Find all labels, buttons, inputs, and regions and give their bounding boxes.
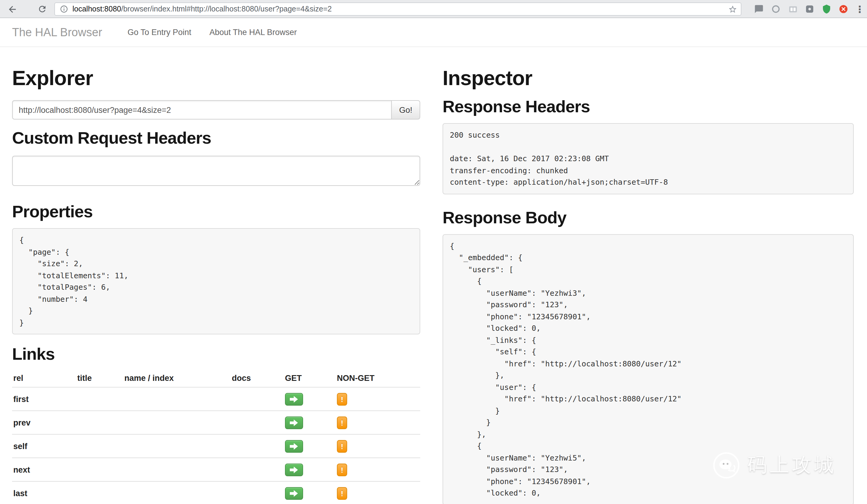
links-col-docs: docs — [231, 369, 284, 387]
arrow-right-icon — [290, 443, 298, 450]
chat-extension-icon[interactable] — [753, 4, 764, 14]
url-path: /browser/index.html#http://localhost:808… — [121, 5, 332, 13]
brand-title[interactable]: The HAL Browser — [12, 26, 102, 39]
browser-menu-icon[interactable]: ⋮ — [855, 3, 863, 15]
url-host: localhost:8080 — [73, 5, 121, 13]
link-title-cell — [76, 411, 123, 434]
circle-extension-icon[interactable] — [770, 4, 781, 14]
table-row: first ! — [12, 387, 420, 411]
get-request-button[interactable] — [285, 440, 303, 453]
link-get-cell — [284, 434, 336, 458]
properties-title: Properties — [12, 202, 420, 222]
get-request-button[interactable] — [285, 463, 303, 476]
link-name-cell — [123, 458, 231, 481]
inspector-title: Inspector — [442, 65, 854, 90]
address-bar[interactable]: localhost:8080/browser/index.html#http:/… — [54, 2, 741, 16]
link-rel: next — [12, 458, 76, 481]
extensions-area: ⋮ — [753, 0, 863, 18]
link-rel: prev — [12, 411, 76, 434]
explorer-address-input[interactable] — [12, 100, 391, 119]
link-docs-cell — [231, 387, 284, 411]
non-get-request-button[interactable]: ! — [337, 393, 347, 406]
link-nonget-cell: ! — [336, 387, 420, 411]
go-button[interactable]: Go! — [391, 100, 420, 119]
explorer-title: Explorer — [12, 65, 420, 90]
link-get-cell — [284, 411, 336, 434]
explorer-address-group: Go! — [12, 100, 420, 119]
link-get-cell — [284, 481, 336, 504]
explorer-panel: Explorer Go! Custom Request Headers Prop… — [12, 47, 420, 504]
link-nonget-cell: ! — [336, 434, 420, 458]
links-col-nonget: NON-GET — [336, 369, 420, 387]
arrow-right-icon — [290, 467, 298, 473]
link-nonget-cell: ! — [336, 481, 420, 504]
back-arrow-icon — [7, 4, 17, 14]
custom-request-headers-title: Custom Request Headers — [12, 128, 420, 149]
links-table: rel title name / index docs GET NON-GET … — [12, 369, 420, 504]
link-name-cell — [123, 411, 231, 434]
arrow-right-icon — [290, 419, 298, 426]
link-title-cell — [76, 458, 123, 481]
non-get-request-button[interactable]: ! — [337, 440, 347, 453]
badge-extension-icon[interactable] — [804, 4, 815, 14]
properties-json: { "page": { "size": 2, "totalElements": … — [12, 228, 420, 334]
link-docs-cell — [231, 458, 284, 481]
links-col-rel: rel — [12, 369, 76, 387]
links-col-name: name / index — [123, 369, 231, 387]
blocker-extension-icon[interactable] — [838, 4, 849, 14]
links-col-title: title — [76, 369, 123, 387]
link-name-cell — [123, 387, 231, 411]
response-headers-title: Response Headers — [442, 97, 854, 117]
link-docs-cell — [231, 481, 284, 504]
nav-link-about[interactable]: About The HAL Browser — [210, 28, 297, 37]
non-get-request-button[interactable]: ! — [337, 487, 347, 500]
link-name-cell — [123, 434, 231, 458]
get-request-button[interactable] — [285, 417, 303, 429]
non-get-request-button[interactable]: ! — [337, 463, 347, 476]
link-rel: first — [12, 387, 76, 411]
panels-extension-icon[interactable] — [787, 4, 798, 14]
link-docs-cell — [231, 434, 284, 458]
link-title-cell — [76, 434, 123, 458]
table-row: next ! — [12, 458, 420, 481]
response-headers-content: 200 success date: Sat, 16 Dec 2017 02:23… — [442, 123, 854, 194]
refresh-button[interactable] — [35, 2, 50, 16]
custom-headers-textarea[interactable] — [12, 156, 420, 186]
links-col-get: GET — [284, 369, 336, 387]
link-title-cell — [76, 387, 123, 411]
get-request-button[interactable] — [285, 487, 303, 500]
links-header-row: rel title name / index docs GET NON-GET — [12, 369, 420, 387]
link-rel: last — [12, 481, 76, 504]
link-nonget-cell: ! — [336, 458, 420, 481]
non-get-request-button[interactable]: ! — [337, 417, 347, 429]
link-docs-cell — [231, 411, 284, 434]
back-button[interactable] — [5, 2, 19, 16]
link-get-cell — [284, 458, 336, 481]
nav-link-entry-point[interactable]: Go To Entry Point — [128, 28, 191, 37]
link-get-cell — [284, 387, 336, 411]
arrow-right-icon — [290, 490, 298, 497]
link-title-cell — [76, 481, 123, 504]
arrow-right-icon — [290, 396, 298, 403]
link-rel: self — [12, 434, 76, 458]
link-name-cell — [123, 481, 231, 504]
response-body-title: Response Body — [442, 207, 854, 228]
table-row: self ! — [12, 434, 420, 458]
inspector-panel: Inspector Response Headers 200 success d… — [442, 47, 854, 504]
app-navbar: The HAL Browser Go To Entry Point About … — [0, 18, 867, 47]
refresh-icon — [38, 4, 47, 14]
table-row: last ! — [12, 481, 420, 504]
get-request-button[interactable] — [285, 393, 303, 406]
table-row: prev ! — [12, 411, 420, 434]
url-text: localhost:8080/browser/index.html#http:/… — [73, 5, 332, 13]
bookmark-star-icon[interactable] — [728, 4, 737, 13]
info-icon[interactable] — [60, 5, 68, 13]
browser-toolbar: localhost:8080/browser/index.html#http:/… — [0, 0, 867, 18]
browser-window: localhost:8080/browser/index.html#http:/… — [0, 0, 867, 504]
shield-extension-icon[interactable] — [821, 4, 832, 14]
link-nonget-cell: ! — [336, 411, 420, 434]
links-title: Links — [12, 344, 420, 365]
response-body-content: { "_embedded": { "users": [ { "userName"… — [442, 234, 854, 504]
